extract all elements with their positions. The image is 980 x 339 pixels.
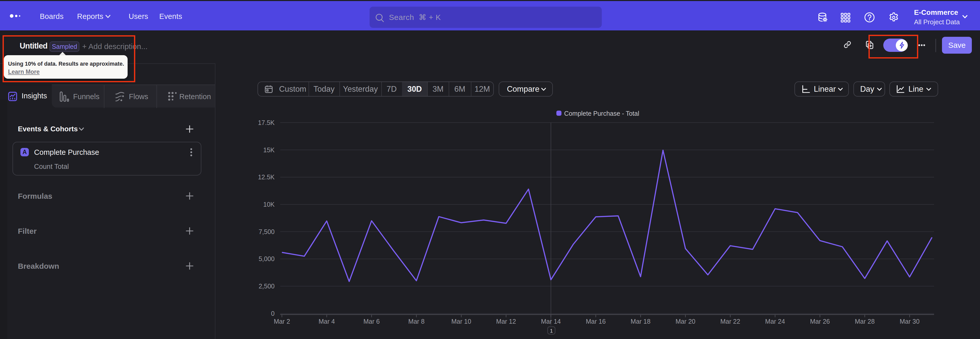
svg-text:12.5K: 12.5K [258, 173, 275, 181]
svg-text:0: 0 [271, 310, 275, 317]
svg-text:5,000: 5,000 [259, 255, 275, 262]
svg-text:7,500: 7,500 [259, 228, 275, 235]
svg-text:Mar 28: Mar 28 [855, 318, 875, 325]
svg-text:Mar 22: Mar 22 [720, 318, 740, 325]
svg-text:Mar 4: Mar 4 [318, 318, 335, 325]
svg-text:Mar 24: Mar 24 [765, 318, 785, 325]
svg-text:Mar 10: Mar 10 [451, 318, 471, 325]
svg-text:17.5K: 17.5K [258, 119, 275, 126]
svg-text:Mar 30: Mar 30 [900, 318, 920, 325]
svg-text:Mar 20: Mar 20 [676, 318, 695, 325]
svg-text:Mar 16: Mar 16 [586, 318, 606, 325]
svg-text:10K: 10K [263, 201, 275, 208]
svg-text:Mar 12: Mar 12 [496, 318, 516, 325]
svg-text:Mar 2: Mar 2 [274, 318, 290, 325]
svg-text:Mar 6: Mar 6 [363, 318, 380, 325]
svg-text:2,500: 2,500 [259, 283, 275, 290]
svg-text:Mar 26: Mar 26 [810, 318, 830, 325]
svg-text:Mar 18: Mar 18 [631, 318, 651, 325]
svg-text:Mar 14: Mar 14 [541, 318, 561, 325]
svg-text:15K: 15K [263, 146, 275, 154]
svg-text:Mar 8: Mar 8 [408, 318, 425, 325]
